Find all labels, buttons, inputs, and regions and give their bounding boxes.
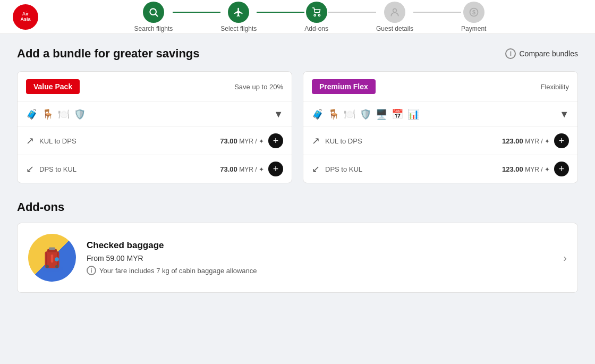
value-pack-header: Value Pack Save up to 20%: [18, 72, 292, 102]
depart-icon-1: ↗: [26, 135, 34, 147]
price-kul-dps-2: 123.00 MYR / ✦: [502, 137, 550, 145]
insurance-icon: 🛡️: [74, 108, 86, 120]
header: AirAsia Search flights Select flights Ad…: [0, 0, 595, 34]
svg-rect-8: [49, 248, 55, 250]
route-dps-kul-2: DPS to KUL: [325, 165, 502, 173]
dropdown-arrow-2[interactable]: ▼: [559, 109, 569, 120]
price-dps-kul-1: 73.00 MYR / ✦: [220, 165, 264, 173]
value-pack-flight-1: ↗ KUL to DPS 73.00 MYR / ✦ +: [18, 127, 292, 155]
step-search-flights: Search flights: [134, 2, 173, 32]
return-icon-2: ↙: [312, 163, 320, 175]
route-kul-dps-2: KUL to DPS: [325, 137, 502, 145]
baggage-info: Checked baggage From 59.00 MYR i Your fa…: [87, 240, 552, 275]
value-pack-icons: 🧳 🪑 🍽️ 🛡️ ▼: [18, 102, 292, 127]
step-addons: Add-ons: [304, 2, 328, 32]
info-icon: i: [505, 48, 516, 59]
step-3-label: Add-ons: [304, 25, 328, 32]
premium-flex-card: Premium Flex Flexibility 🧳 🪑 🍽️ 🛡️ 🖥️ 📅 …: [303, 71, 578, 183]
step-line-2: [257, 12, 304, 13]
step-1-circle: [143, 2, 164, 23]
add-dps-kul-2[interactable]: +: [554, 162, 569, 176]
baggage-chevron: ›: [563, 252, 567, 264]
addons-section-title: Add-ons: [17, 200, 578, 214]
price-kul-dps-1: 73.00 MYR / ✦: [220, 137, 264, 145]
step-line-3: [328, 12, 376, 13]
baggage-title: Checked baggage: [87, 240, 552, 251]
baggage-note-text: Your fare includes 7 kg of cabin baggage…: [99, 267, 257, 275]
page-header: Add a bundle for greater savings i Compa…: [17, 47, 578, 61]
step-line-4: [413, 12, 461, 13]
step-guest-details: Guest details: [376, 2, 413, 32]
svg-rect-12: [51, 255, 54, 263]
step-1-label: Search flights: [134, 25, 173, 32]
seat-icon-2: 🪑: [328, 108, 339, 120]
insurance-icon-2: 🛡️: [360, 108, 371, 120]
step-select-flights: Select flights: [220, 2, 257, 32]
svg-point-13: [46, 265, 49, 268]
step-4-circle: [384, 2, 405, 23]
svg-point-11: [55, 257, 59, 261]
progress-stepper: Search flights Select flights Add-ons Gu…: [38, 2, 582, 32]
return-icon-1: ↙: [26, 163, 34, 175]
luggage-icon: 🧳: [26, 108, 38, 120]
add-kul-dps-1[interactable]: +: [268, 133, 283, 148]
bundles-grid: Value Pack Save up to 20% 🧳 🪑 🍽️ 🛡️ ▼ ↗ …: [17, 71, 578, 183]
airasia-logo[interactable]: AirAsia: [13, 4, 38, 30]
checked-baggage-card[interactable]: Checked baggage From 59.00 MYR i Your fa…: [17, 223, 578, 293]
baggage-info-icon: i: [87, 266, 96, 275]
value-pack-flight-2: ↙ DPS to KUL 73.00 MYR / ✦ +: [18, 155, 292, 183]
svg-text:$: $: [472, 9, 475, 15]
calendar-icon: 📅: [392, 108, 403, 120]
svg-line-1: [156, 14, 158, 16]
dropdown-arrow-1[interactable]: ▼: [274, 109, 283, 120]
value-pack-tag: Save up to 20%: [234, 83, 283, 91]
meal-icon-2: 🍽️: [344, 108, 355, 120]
route-dps-kul-1: DPS to KUL: [39, 165, 220, 173]
step-4-label: Guest details: [376, 25, 413, 32]
page-title: Add a bundle for greater savings: [17, 47, 200, 61]
premium-flex-flight-1: ↗ KUL to DPS 123.00 MYR / ✦ +: [303, 127, 577, 155]
baggage-note: i Your fare includes 7 kg of cabin bagga…: [87, 266, 552, 275]
svg-point-14: [55, 265, 58, 268]
price-dps-kul-2: 123.00 MYR / ✦: [502, 165, 550, 173]
svg-point-2: [393, 9, 397, 12]
step-5-circle: $: [463, 2, 484, 23]
step-2-label: Select flights: [220, 25, 257, 32]
meal-icon: 🍽️: [58, 108, 70, 120]
premium-flex-icons: 🧳 🪑 🍽️ 🛡️ 🖥️ 📅 📊 ▼: [303, 102, 577, 127]
compare-bundles-link[interactable]: i Compare bundles: [505, 48, 578, 59]
luggage-icon-2: 🧳: [312, 108, 324, 120]
step-payment: $ Payment: [461, 2, 486, 32]
chart-icon: 📊: [407, 108, 419, 120]
premium-flex-flight-2: ↙ DPS to KUL 123.00 MYR / ✦ +: [303, 155, 577, 183]
premium-flex-tag: Flexibility: [541, 83, 569, 91]
compare-bundles-label: Compare bundles: [519, 49, 578, 58]
add-dps-kul-1[interactable]: +: [268, 162, 283, 176]
step-2-circle: [228, 2, 249, 23]
depart-icon-2: ↗: [312, 135, 320, 147]
baggage-price: From 59.00 MYR: [87, 254, 552, 263]
premium-flex-header: Premium Flex Flexibility: [303, 72, 577, 102]
premium-flex-badge: Premium Flex: [312, 79, 376, 94]
add-kul-dps-2[interactable]: +: [554, 133, 569, 148]
step-line-1: [173, 12, 220, 13]
main-content: Add a bundle for greater savings i Compa…: [0, 34, 595, 306]
value-pack-card: Value Pack Save up to 20% 🧳 🪑 🍽️ 🛡️ ▼ ↗ …: [17, 71, 292, 183]
step-3-circle: [306, 2, 327, 23]
step-5-label: Payment: [461, 25, 486, 32]
baggage-image: [28, 234, 76, 282]
seat-icon: 🪑: [42, 108, 54, 120]
screen-icon: 🖥️: [376, 108, 387, 120]
route-kul-dps-1: KUL to DPS: [39, 137, 220, 145]
value-pack-badge: Value Pack: [26, 79, 80, 94]
